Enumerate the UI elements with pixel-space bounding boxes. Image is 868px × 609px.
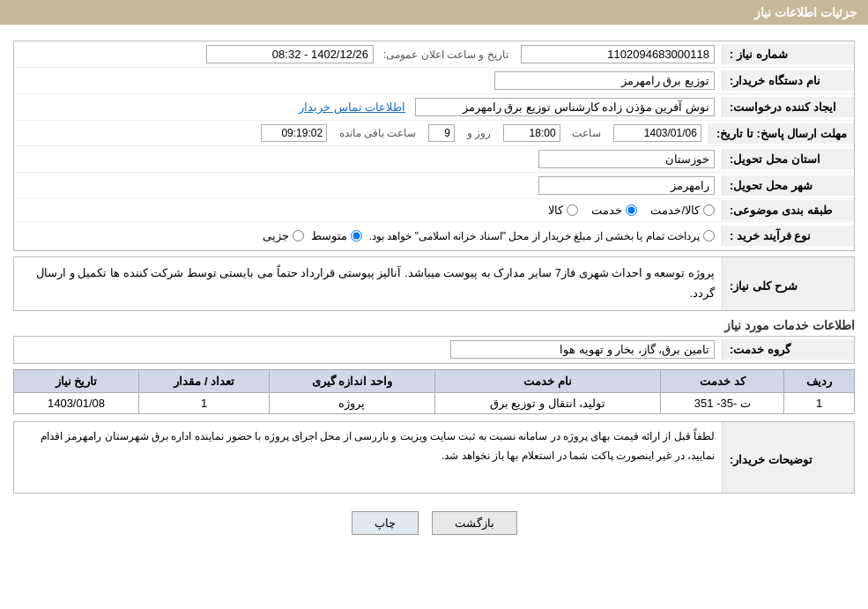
col-tarikh: تاریخ نیاز	[14, 370, 139, 393]
cell-tarikh: 1403/01/08	[14, 393, 139, 414]
shomara-input[interactable]	[521, 45, 715, 63]
services-title: اطلاعات خدمات مورد نیاز	[13, 318, 855, 332]
tabaqe-options: کالا/خدمت خدمت کالا	[14, 200, 722, 220]
buyer-notes-text: لطفاً قبل از ارائه قیمت بهای پروژه در سا…	[14, 422, 722, 471]
farayand-asnad-radio[interactable]	[703, 230, 715, 241]
date-input[interactable]	[613, 124, 701, 142]
tabaqe-kala-khedmat-radio[interactable]	[703, 204, 715, 216]
page-header: جزئیات اطلاعات نیاز	[0, 0, 868, 25]
farayand-motavasset-label: متوسط	[311, 229, 347, 242]
ijad-label: ایجاد کننده درخواست:	[722, 97, 854, 117]
dastgah-input[interactable]	[494, 71, 715, 90]
ostan-row: استان محل تحویل:	[14, 146, 854, 173]
farayand-motavasset-radio[interactable]	[351, 230, 362, 241]
farayand-jozee-label: جزیی	[263, 229, 289, 242]
farayand-jozee-radio[interactable]	[293, 230, 304, 241]
tabaqe-khedmat-label: خدمت	[591, 204, 622, 217]
farayand-options: پرداخت تمام یا بخشی از مبلغ خریدار از مح…	[14, 226, 722, 246]
cell-kod: ت -35- 351	[661, 393, 784, 414]
cell-nam: تولید، انتقال و توزیع برق	[434, 393, 661, 414]
services-table: ردیف کد خدمت نام خدمت واحد اندازه گیری ت…	[13, 369, 855, 414]
sharh-text: پروژه توسعه و احداث شهری فاز7 سایر مدارک…	[14, 257, 722, 309]
ijad-row: ایجاد کننده درخواست: اطلاعات تماس خریدار	[14, 94, 854, 121]
farayand-radio-group: پرداخت تمام یا بخشی از مبلغ خریدار از مح…	[21, 229, 715, 242]
sharh-section: شرح کلی نیاز: پروژه توسعه و احداث شهری ف…	[13, 256, 855, 311]
baqi-label: ساعت باقی مانده	[339, 127, 417, 139]
buyer-notes-label: توضیحات خریدار:	[722, 422, 854, 493]
sharh-label: شرح کلی نیاز:	[722, 257, 854, 310]
shahr-value	[14, 173, 722, 198]
buyer-notes-section: توضیحات خریدار: لطفاً قبل از ارائه قیمت …	[13, 421, 855, 494]
mohlat-value: ساعت روز و ساعت باقی مانده	[14, 121, 708, 145]
page-title: جزئیات اطلاعات نیاز	[754, 5, 857, 19]
mohlat-row: مهلت ارسال پاسخ: تا تاریخ: ساعت روز و	[14, 121, 854, 146]
tabaqe-row: طبقه بندی موضوعی: کالا/خدمت خدمت	[14, 199, 854, 222]
grohe-khedmat-box: گروه خدمت:	[13, 336, 855, 364]
tabaqe-label: طبقه بندی موضوعی:	[722, 200, 854, 220]
grohe-input[interactable]	[450, 340, 715, 359]
contact-link[interactable]: اطلاعات تماس خریدار	[299, 100, 405, 114]
farayand-label: نوع فرآیند خرید :	[722, 226, 854, 246]
cell-tedad: 1	[138, 393, 269, 414]
grohe-label: گروه خدمت:	[722, 339, 854, 360]
mohlat-label: مهلت ارسال پاسخ: تا تاریخ:	[708, 123, 854, 144]
shahr-input[interactable]	[538, 176, 715, 195]
grohe-value	[14, 337, 722, 362]
farayand-motavasset[interactable]: متوسط	[311, 229, 362, 242]
main-info-box: شماره نیاز : تاریخ و ساعت اعلان عمومی: ن…	[13, 41, 855, 251]
tabaqe-kala-label: کالا	[548, 204, 563, 217]
tabaqe-kala[interactable]: کالا	[548, 204, 578, 217]
page-container: جزئیات اطلاعات نیاز شماره نیاز : تاریخ و…	[0, 0, 868, 609]
col-vahed: واحد اندازه گیری	[270, 370, 434, 393]
farayand-asnad[interactable]: پرداخت تمام یا بخشی از مبلغ خریدار از مح…	[369, 230, 715, 242]
col-tedad: تعداد / مقدار	[138, 370, 269, 393]
ijad-input[interactable]	[415, 98, 715, 116]
shahr-row: شهر محل تحویل:	[14, 173, 854, 199]
main-content: شماره نیاز : تاریخ و ساعت اعلان عمومی: ن…	[0, 32, 868, 553]
tabaqe-khedmat[interactable]: خدمت	[591, 204, 637, 217]
buttons-row: بازگشت چاپ	[13, 502, 855, 544]
farayand-jozee[interactable]: جزیی	[263, 229, 304, 242]
shomara-row: شماره نیاز : تاریخ و ساعت اعلان عمومی:	[14, 41, 854, 68]
cell-radif: 1	[784, 393, 855, 414]
farayand-row: نوع فرآیند خرید : پرداخت تمام یا بخشی از…	[14, 222, 854, 250]
col-kod: کد خدمت	[661, 370, 784, 393]
tabaqe-radio-group: کالا/خدمت خدمت کالا	[21, 204, 715, 217]
rooz-label: روز و	[467, 127, 491, 139]
rooz-input[interactable]	[428, 124, 455, 142]
tabaqe-kala-radio[interactable]	[567, 204, 578, 216]
cell-vahed: پروژه	[270, 393, 434, 414]
ostan-input[interactable]	[538, 150, 715, 168]
ijad-value: اطلاعات تماس خریدار	[14, 94, 722, 120]
baqi-input[interactable]	[261, 124, 327, 142]
saat-input[interactable]	[503, 124, 560, 142]
tabaqe-kala-khedmat-label: کالا/خدمت	[650, 204, 700, 217]
shomara-value: تاریخ و ساعت اعلان عمومی:	[14, 41, 722, 67]
print-button[interactable]: چاپ	[352, 511, 419, 535]
shahr-label: شهر محل تحویل:	[722, 175, 854, 196]
tabaqe-khedmat-radio[interactable]	[626, 204, 637, 216]
announcement-label: تاریخ و ساعت اعلان عمومی:	[383, 48, 508, 61]
grohe-row: گروه خدمت:	[14, 337, 854, 363]
ostan-label: استان محل تحویل:	[722, 149, 854, 169]
table-row: 1 ت -35- 351 تولید، انتقال و توزیع برق پ…	[14, 393, 855, 414]
back-button[interactable]: بازگشت	[432, 511, 517, 535]
saat-label: ساعت	[572, 127, 601, 139]
shomara-label: شماره نیاز :	[722, 44, 854, 64]
dastgah-value	[14, 68, 722, 93]
announcement-input[interactable]	[206, 45, 374, 63]
col-radif: ردیف	[784, 370, 855, 393]
farayand-asnad-label: پرداخت تمام یا بخشی از مبلغ خریدار از مح…	[369, 230, 700, 242]
dastgah-row: نام دستگاه خریدار:	[14, 68, 854, 94]
table-header-row: ردیف کد خدمت نام خدمت واحد اندازه گیری ت…	[14, 370, 855, 393]
tabaqe-kala-khedmat[interactable]: کالا/خدمت	[650, 204, 715, 217]
col-nam: نام خدمت	[434, 370, 661, 393]
dastgah-label: نام دستگاه خریدار:	[722, 71, 854, 91]
ostan-value	[14, 146, 722, 172]
